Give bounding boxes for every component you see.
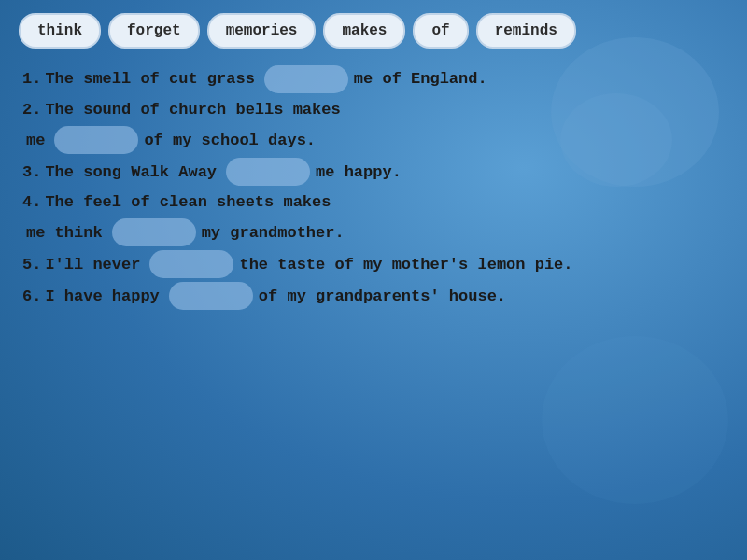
- word-chip-memories[interactable]: memories: [207, 13, 317, 49]
- sentence-text-1-0: The sound of church bells makes: [45, 97, 340, 122]
- word-chip-of[interactable]: of: [413, 13, 468, 49]
- sentence-text-0-0: The smell of cut grass: [45, 66, 254, 91]
- sentence-num-6: 5.: [22, 252, 41, 277]
- word-chip-forget[interactable]: forget: [108, 13, 200, 49]
- sentence-line-5: me thinkmy grandmother.: [22, 218, 725, 246]
- blank-slot-5-1[interactable]: [112, 218, 196, 246]
- sentence-num-4: 4.: [22, 189, 41, 215]
- sentence-num-0: 1.: [22, 66, 41, 91]
- sentence-text-2-0: me: [26, 128, 45, 153]
- word-chip-reminds[interactable]: reminds: [476, 13, 576, 49]
- blank-slot-7-1[interactable]: [169, 282, 253, 310]
- sentence-num-1: 2.: [22, 97, 41, 122]
- sentence-text-3-2: me happy.: [316, 160, 402, 185]
- sentence-line-6: 5.I'll neverthe taste of my mother's lem…: [22, 250, 725, 278]
- sentence-text-7-0: I have happy: [45, 284, 159, 309]
- sentence-num-3: 3.: [22, 160, 41, 185]
- sentence-text-7-2: of my grandparents' house.: [259, 284, 506, 309]
- sentence-text-5-2: my grandmother.: [202, 220, 345, 245]
- sentence-text-5-0: me think: [26, 220, 103, 245]
- blank-slot-6-1[interactable]: [149, 250, 233, 278]
- blank-slot-2-1[interactable]: [54, 126, 138, 154]
- sentence-text-3-0: The song Walk Away: [45, 160, 217, 185]
- sentence-line-7: 6.I have happyof my grandparents' house.: [22, 282, 725, 310]
- blank-slot-0-1[interactable]: [264, 65, 348, 93]
- sentence-text-4-0: The feel of clean sheets makes: [45, 189, 331, 215]
- sentence-text-6-2: the taste of my mother's lemon pie.: [239, 252, 572, 277]
- word-chip-think[interactable]: think: [19, 13, 101, 49]
- sentence-text-0-2: me of England.: [354, 66, 487, 91]
- word-chip-makes[interactable]: makes: [323, 13, 405, 49]
- blank-slot-3-1[interactable]: [226, 158, 310, 186]
- sentence-line-4: 4.The feel of clean sheets makes: [22, 189, 725, 215]
- sentence-num-7: 6.: [22, 284, 41, 309]
- sentence-text-2-2: of my school days.: [144, 128, 316, 153]
- sentence-text-6-0: I'll never: [45, 252, 140, 277]
